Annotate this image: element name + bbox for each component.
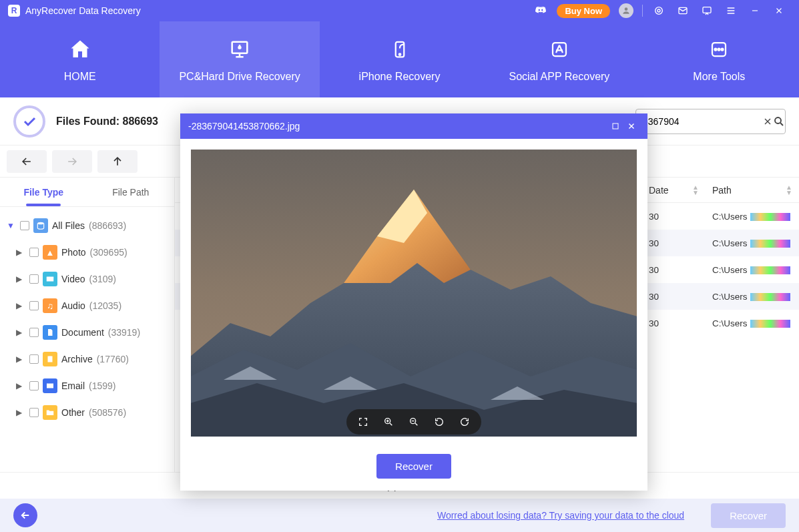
expand-icon[interactable]: ▶ [16, 274, 25, 284]
tab-file-type[interactable]: File Type [0, 178, 87, 206]
checkbox[interactable] [29, 301, 39, 310]
tree-audio[interactable]: ▶♫Audio (12035) [13, 292, 170, 319]
tree-count: (508576) [89, 407, 126, 418]
cell-date: 30 [642, 212, 706, 222]
discord-icon[interactable] [533, 3, 549, 19]
tab-file-path[interactable]: File Path [87, 178, 175, 206]
avatar-icon[interactable] [618, 3, 634, 19]
expand-icon[interactable]: ▶ [16, 381, 25, 390]
tree-other[interactable]: ▶Other (508576) [13, 399, 170, 426]
chat-icon[interactable] [699, 3, 715, 19]
preview-image [191, 150, 637, 437]
audio-icon: ♫ [43, 298, 57, 313]
tree-video[interactable]: ▶Video (3109) [13, 266, 170, 292]
svg-rect-9 [553, 43, 566, 56]
search-box[interactable] [635, 109, 786, 134]
zoom-out-icon[interactable] [407, 415, 421, 429]
target-icon[interactable] [651, 3, 667, 19]
tree-document[interactable]: ▶Document (33919) [13, 319, 170, 346]
preview-recover-button[interactable]: Recover [376, 454, 451, 479]
video-icon [43, 272, 57, 286]
checkbox[interactable] [29, 354, 39, 364]
preview-close-icon[interactable] [623, 121, 639, 131]
sidebar: File Type File Path ▼ All Files (886693)… [0, 178, 175, 472]
expand-icon[interactable]: ▶ [16, 301, 25, 310]
cell-path: C:\Users [706, 292, 799, 302]
svg-rect-18 [47, 384, 53, 388]
tree-archive[interactable]: ▶Archive (17760) [13, 346, 170, 372]
nav-social-label: Social APP Recovery [509, 71, 609, 83]
nav-iphone[interactable]: iPhone Recovery [320, 21, 479, 97]
svg-point-15 [37, 222, 43, 225]
checkbox[interactable] [29, 274, 39, 284]
tree-email[interactable]: ▶Email (1599) [13, 372, 170, 399]
cell-date: 30 [642, 292, 706, 302]
checkbox[interactable] [29, 381, 39, 390]
redacted-icon [750, 213, 790, 221]
clear-search-icon[interactable] [762, 114, 773, 129]
close-icon[interactable] [771, 3, 787, 19]
tree-all-files[interactable]: ▼ All Files (886693) [4, 212, 170, 239]
search-input[interactable] [640, 116, 762, 127]
app-title: AnyRecover Data Recovery [25, 5, 141, 16]
tree-photo[interactable]: ▶▲Photo (309695) [13, 239, 170, 266]
rotate-left-icon[interactable] [432, 415, 447, 429]
tree-label: Email [61, 380, 85, 391]
expand-icon[interactable]: ▶ [16, 328, 25, 337]
cell-path: C:\Users [706, 265, 799, 275]
preview-maximize-icon[interactable] [607, 122, 623, 130]
divider [642, 5, 643, 17]
tree-label: All Files [52, 220, 85, 231]
rotate-right-icon[interactable] [457, 415, 472, 429]
svg-rect-16 [47, 277, 54, 282]
minimize-icon[interactable] [747, 3, 763, 19]
footer-back-button[interactable] [13, 503, 37, 527]
collapse-icon[interactable]: ▼ [7, 221, 16, 230]
expand-icon[interactable]: ▶ [16, 408, 25, 417]
phone-icon [386, 36, 413, 63]
svg-point-11 [715, 49, 717, 51]
svg-point-14 [775, 117, 781, 123]
checkbox[interactable] [29, 408, 39, 417]
app-store-icon [546, 36, 573, 63]
checkbox[interactable] [20, 221, 29, 230]
preview-image-container [180, 139, 647, 447]
mail-icon[interactable] [675, 3, 691, 19]
email-icon [43, 378, 57, 393]
recover-button[interactable]: Recover [711, 503, 786, 528]
buy-now-button[interactable]: Buy Now [557, 4, 610, 18]
progress-badge-icon [13, 105, 45, 138]
preview-filename: -283679041453870662.jpg [188, 121, 300, 131]
back-button[interactable] [7, 150, 47, 173]
nav-home[interactable]: HOME [0, 21, 160, 97]
nav-social[interactable]: Social APP Recovery [479, 21, 639, 97]
tree-label: Audio [61, 300, 85, 311]
forward-button[interactable] [52, 150, 92, 173]
document-icon [43, 325, 57, 340]
nav-more[interactable]: More Tools [639, 21, 799, 97]
cell-path: C:\Users [706, 212, 799, 222]
menu-icon[interactable] [723, 3, 739, 19]
fullscreen-icon[interactable] [356, 415, 370, 429]
checkbox[interactable] [29, 328, 39, 337]
svg-point-1 [655, 7, 663, 15]
preview-controls [346, 409, 481, 435]
tree-label: Other [61, 407, 85, 418]
tree-count: (12035) [89, 300, 121, 311]
zoom-in-icon[interactable] [381, 415, 396, 429]
svg-point-12 [718, 49, 720, 51]
up-button[interactable] [97, 150, 138, 173]
nav-pc[interactable]: PC&Hard Drive Recovery [160, 21, 319, 97]
search-icon[interactable] [773, 114, 785, 129]
file-tree: ▼ All Files (886693) ▶▲Photo (309695) ▶V… [0, 207, 174, 472]
cell-path: C:\Users [706, 318, 799, 328]
drive-icon [33, 218, 48, 233]
checkbox[interactable] [29, 248, 39, 257]
col-date[interactable]: Date▲▼ [642, 178, 706, 202]
cloud-backup-link[interactable]: Worred about losing data? Try saving you… [437, 510, 684, 521]
col-path[interactable]: Path▲▼ [706, 178, 799, 202]
expand-icon[interactable]: ▶ [16, 248, 25, 257]
expand-icon[interactable]: ▶ [16, 354, 25, 364]
files-found-label: Files Found: [56, 115, 119, 127]
tree-count: (17760) [97, 354, 129, 364]
